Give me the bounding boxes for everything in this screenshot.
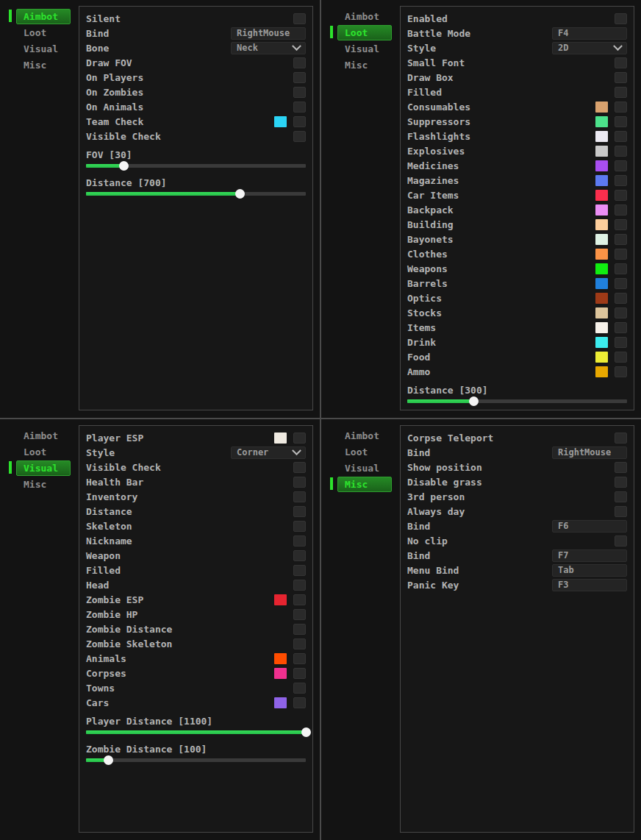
checkbox[interactable] — [293, 13, 306, 24]
checkbox[interactable] — [615, 491, 627, 502]
dropdown[interactable]: Corner — [231, 446, 306, 459]
keybind-input[interactable]: F3 — [552, 579, 627, 591]
color-swatch[interactable] — [595, 219, 608, 230]
sidebar-tab-misc[interactable]: Misc — [337, 477, 392, 492]
color-swatch[interactable] — [595, 366, 608, 377]
dropdown[interactable]: 2D — [552, 42, 627, 54]
keybind-input[interactable]: RightMouse — [552, 446, 627, 459]
checkbox[interactable] — [293, 433, 306, 444]
checkbox[interactable] — [615, 293, 627, 304]
checkbox[interactable] — [293, 102, 306, 113]
color-swatch[interactable] — [274, 433, 287, 444]
sidebar-tab-misc[interactable]: Misc — [16, 477, 71, 492]
color-swatch[interactable] — [595, 204, 608, 216]
color-swatch[interactable] — [274, 116, 287, 127]
checkbox[interactable] — [293, 116, 306, 127]
checkbox[interactable] — [293, 580, 306, 591]
sidebar-tab-aimbot[interactable]: Aimbot — [337, 428, 392, 444]
checkbox[interactable] — [615, 72, 627, 83]
checkbox[interactable] — [615, 57, 627, 68]
keybind-input[interactable]: Tab — [552, 564, 627, 577]
slider-track[interactable] — [86, 758, 306, 762]
checkbox[interactable] — [293, 638, 306, 649]
checkbox[interactable] — [615, 249, 627, 260]
color-swatch[interactable] — [595, 234, 608, 245]
checkbox[interactable] — [293, 535, 306, 547]
checkbox[interactable] — [293, 550, 306, 561]
dropdown[interactable]: Neck — [231, 42, 306, 54]
checkbox[interactable] — [615, 116, 627, 127]
checkbox[interactable] — [615, 352, 627, 363]
color-swatch[interactable] — [595, 337, 608, 348]
color-swatch[interactable] — [595, 278, 608, 289]
color-swatch[interactable] — [274, 653, 287, 664]
checkbox[interactable] — [615, 366, 627, 377]
sidebar-tab-visual[interactable]: Visual — [337, 41, 392, 57]
checkbox[interactable] — [615, 535, 627, 547]
color-swatch[interactable] — [595, 146, 608, 157]
slider-handle[interactable] — [301, 727, 311, 737]
color-swatch[interactable] — [595, 175, 608, 186]
checkbox[interactable] — [615, 322, 627, 333]
sidebar-tab-loot[interactable]: Loot — [337, 444, 392, 460]
keybind-input[interactable]: F7 — [552, 549, 627, 562]
checkbox[interactable] — [293, 683, 306, 694]
checkbox[interactable] — [293, 72, 306, 83]
checkbox[interactable] — [293, 624, 306, 635]
checkbox[interactable] — [615, 234, 627, 245]
checkbox[interactable] — [615, 462, 627, 473]
sidebar-tab-loot[interactable]: Loot — [16, 444, 71, 460]
checkbox[interactable] — [615, 175, 627, 186]
sidebar-tab-misc[interactable]: Misc — [16, 57, 71, 73]
slider-track[interactable] — [86, 192, 306, 196]
checkbox[interactable] — [615, 204, 627, 216]
slider-track[interactable] — [407, 399, 627, 403]
checkbox[interactable] — [615, 87, 627, 98]
keybind-input[interactable]: RightMouse — [231, 27, 306, 40]
color-swatch[interactable] — [274, 668, 287, 679]
color-swatch[interactable] — [595, 307, 608, 318]
color-swatch[interactable] — [595, 322, 608, 333]
keybind-input[interactable]: F6 — [552, 520, 627, 533]
color-swatch[interactable] — [274, 697, 287, 708]
checkbox[interactable] — [293, 491, 306, 502]
slider-track[interactable] — [86, 164, 306, 168]
color-swatch[interactable] — [274, 594, 287, 605]
color-swatch[interactable] — [595, 352, 608, 363]
checkbox[interactable] — [293, 477, 306, 488]
checkbox[interactable] — [293, 697, 306, 708]
slider-handle[interactable] — [469, 396, 479, 406]
checkbox[interactable] — [615, 433, 627, 444]
sidebar-tab-aimbot[interactable]: Aimbot — [16, 428, 71, 444]
checkbox[interactable] — [615, 131, 627, 142]
checkbox[interactable] — [615, 263, 627, 274]
sidebar-tab-visual[interactable]: Visual — [16, 460, 71, 476]
sidebar-tab-loot[interactable]: Loot — [337, 25, 392, 40]
sidebar-tab-misc[interactable]: Misc — [337, 57, 392, 73]
checkbox[interactable] — [293, 609, 306, 620]
color-swatch[interactable] — [595, 160, 608, 171]
checkbox[interactable] — [293, 668, 306, 679]
checkbox[interactable] — [293, 594, 306, 605]
color-swatch[interactable] — [595, 249, 608, 260]
checkbox[interactable] — [615, 506, 627, 517]
color-swatch[interactable] — [595, 190, 608, 201]
checkbox[interactable] — [615, 190, 627, 201]
checkbox[interactable] — [293, 131, 306, 142]
slider-handle[interactable] — [119, 161, 129, 171]
slider-track[interactable] — [86, 730, 306, 734]
checkbox[interactable] — [615, 219, 627, 230]
color-swatch[interactable] — [595, 131, 608, 142]
keybind-input[interactable]: F4 — [552, 27, 627, 40]
color-swatch[interactable] — [595, 116, 608, 127]
checkbox[interactable] — [615, 160, 627, 171]
checkbox[interactable] — [293, 57, 306, 68]
checkbox[interactable] — [615, 477, 627, 488]
checkbox[interactable] — [615, 13, 627, 24]
checkbox[interactable] — [615, 337, 627, 348]
checkbox[interactable] — [293, 565, 306, 576]
checkbox[interactable] — [293, 506, 306, 517]
checkbox[interactable] — [615, 307, 627, 318]
slider-handle[interactable] — [235, 189, 245, 199]
color-swatch[interactable] — [595, 263, 608, 274]
